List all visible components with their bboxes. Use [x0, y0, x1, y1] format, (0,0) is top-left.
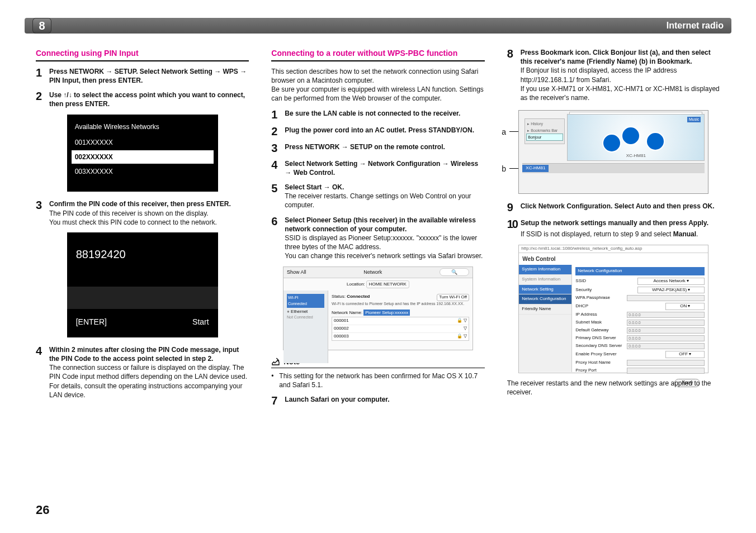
- step-body-text: The PIN code of this receiver is shown o…: [49, 209, 249, 218]
- form-select: ON ▾: [665, 303, 705, 310]
- step-text: Within 2 minutes after closing the PIN C…: [49, 345, 249, 399]
- form-header: Network Configuration: [575, 267, 705, 275]
- fig-net-row: 000003🔒 ▽: [332, 333, 469, 340]
- col1-step3: 3 Confirm the PIN code of this receiver,…: [36, 199, 249, 227]
- wifi-item: 003XXXXXX: [75, 165, 210, 178]
- col1-step4: 4 Within 2 minutes after closing the PIN…: [36, 345, 249, 399]
- col2-step7: 7Launch Safari on your computer.: [271, 395, 484, 406]
- form-label: IP Address: [575, 312, 627, 318]
- fig-turn-wifi-off: Turn Wi-Fi Off: [437, 294, 469, 301]
- form-label: Default Gateway: [575, 327, 627, 334]
- pin-code-value: 88192420: [67, 232, 218, 287]
- fig-location-label: Location:: [347, 282, 365, 287]
- form-row: WPA Passphrase: [575, 295, 705, 301]
- webcontrol-sidebar: System Information System Information Ne…: [519, 265, 572, 372]
- form-select: OFF ▾: [665, 351, 705, 358]
- column-2: Connecting to a router without WPS-PBC f…: [271, 48, 484, 412]
- step-text: Plug the power cord into an AC outlet. P…: [285, 126, 484, 137]
- form-row: Default Gateway0.0.0.0: [575, 327, 705, 334]
- col2-step1: 1Be sure the LAN cable is not connected …: [271, 109, 484, 120]
- step-text: Use ↑/↓ to select the access point which…: [49, 91, 249, 108]
- fig-nn-label: Network Name:: [332, 310, 362, 315]
- col1-step1: 1 Press NETWORK → SETUP. Select Network …: [36, 67, 249, 85]
- note-body: This setting for the network has been co…: [279, 372, 484, 389]
- step-number: 9: [507, 202, 517, 213]
- bonjour-item: Bonjour: [526, 134, 563, 141]
- step-number: 1: [271, 109, 281, 120]
- callout-a: a: [502, 127, 506, 137]
- chapter-number-badge: 8: [32, 18, 51, 34]
- form-field: 0.0.0.0: [627, 335, 705, 341]
- fig-net-row: 000002▽: [332, 325, 469, 333]
- pin-enter-label: [ENTER]: [76, 317, 143, 327]
- step-text: Setup the network settings manually and …: [521, 218, 720, 239]
- fig-location-value: HOME NETWORK: [366, 280, 409, 289]
- step-body-text: If you use X-HM71 or X-HM81, XC-HM71 or …: [521, 84, 720, 102]
- pin-start-label: Start: [143, 317, 209, 327]
- manual-keyword: Manual: [673, 230, 696, 238]
- col3-closing: The receiver restarts and the new networ…: [507, 379, 720, 397]
- friendly-name-row: XC-HM81: [522, 163, 705, 173]
- step-body-text: If SSID is not displayed, return to step…: [521, 230, 673, 238]
- step-text: Press NETWORK → SETUP on the remote cont…: [285, 142, 484, 154]
- column-1: Connecting using PIN Input 1 Press NETWO…: [36, 48, 249, 412]
- note-icon: [271, 357, 280, 366]
- form-field: 0.0.0.0: [627, 312, 705, 318]
- side-item: Network Configuration: [519, 294, 571, 304]
- step-strong-text: Within 2 minutes after closing the PIN C…: [49, 345, 249, 363]
- step-text: Confirm the PIN code of this receiver, t…: [49, 199, 249, 227]
- col2-step3: 3Press NETWORK → SETUP on the remote con…: [271, 142, 484, 154]
- fig-side-eth-state: Not Connected: [287, 315, 324, 320]
- column-3: 8 Press Bookmark icon. Click Bonjour lis…: [507, 48, 720, 412]
- side-item: Friendly Name: [519, 304, 571, 315]
- step-text: Press NETWORK → SETUP. Select Network Se…: [49, 67, 249, 85]
- step-body-text: SSID is displayed as Pioneer Setup:xxxxx…: [285, 234, 484, 251]
- col2-heading: Connecting to a router without WPS-PBC f…: [271, 48, 484, 61]
- fig-side-wifi-state: Connected: [288, 301, 323, 306]
- form-field: [627, 368, 705, 374]
- bonjour-preview: Music XC-HM81: [567, 114, 705, 161]
- form-row: SSIDAccess Network ▾: [575, 278, 705, 285]
- step-text: Be sure the LAN cable is not connected t…: [285, 109, 484, 120]
- wifi-item-selected: 002XXXXXX: [72, 150, 214, 164]
- form-row: Proxy Host Name: [575, 360, 705, 366]
- col2-step5: 5 Select Start → OK. The receiver restar…: [271, 183, 484, 210]
- note-bullet: • This setting for the network has been …: [271, 372, 484, 389]
- step-strong-text: Press Bookmark icon. Click Bonjour list …: [521, 48, 720, 66]
- form-label: Enable Proxy Server: [575, 351, 627, 358]
- col3-step8: 8 Press Bookmark icon. Click Bonjour lis…: [507, 48, 720, 102]
- step-number: 6: [271, 216, 281, 261]
- form-label: Proxy Host Name: [575, 360, 627, 366]
- wifi-list-panel: Available Wireless Networks 001XXXXXX 00…: [67, 115, 218, 192]
- preview-caption: XC-HM81: [568, 153, 704, 159]
- step-number: 5: [271, 183, 281, 210]
- bullet-icon: •: [271, 372, 276, 389]
- step-body-text: You must check this PIN code to connect …: [49, 218, 249, 227]
- form-field: 0.0.0.0: [627, 327, 705, 334]
- webcontrol-title: Web Control: [519, 253, 708, 265]
- step-number: 2: [36, 91, 46, 108]
- step-number: 1: [36, 67, 46, 85]
- form-row: Enable Proxy ServerOFF ▾: [575, 351, 705, 358]
- step-text: Select Network Setting → Network Configu…: [285, 159, 484, 177]
- form-field: [627, 360, 705, 366]
- step-number: 2: [271, 126, 281, 137]
- form-label: Security: [575, 287, 627, 293]
- pin-code-panel: 88192420 [ENTER] Start: [67, 232, 218, 337]
- step-strong-text: Setup the network settings manually and …: [521, 218, 720, 227]
- form-row: DHCPON ▾: [575, 303, 705, 310]
- form-label: SSID: [575, 278, 627, 284]
- mac-network-prefs-figure: Show All Network 🔍 Location: HOME NETWOR…: [283, 266, 473, 350]
- form-row: IP Address0.0.0.0: [575, 312, 705, 318]
- form-row: Proxy Port: [575, 368, 705, 374]
- fig-showall: Show All: [287, 269, 306, 275]
- form-label: Secondary DNS Server: [575, 343, 627, 349]
- step-number: 10: [507, 218, 517, 239]
- form-label: DHCP: [575, 303, 627, 310]
- webcontrol-address: http://xc-hm81.local.:1080/wireless_netw…: [519, 245, 708, 253]
- fig-network-title: Network: [312, 269, 434, 275]
- fig-status-label: Status:: [332, 294, 346, 299]
- col3-step10: 10 Setup the network settings manually a…: [507, 218, 720, 239]
- form-row: Secondary DNS Server0.0.0.0: [575, 343, 705, 349]
- step-strong-text: Select Pioneer Setup (this receiver) in …: [285, 216, 484, 234]
